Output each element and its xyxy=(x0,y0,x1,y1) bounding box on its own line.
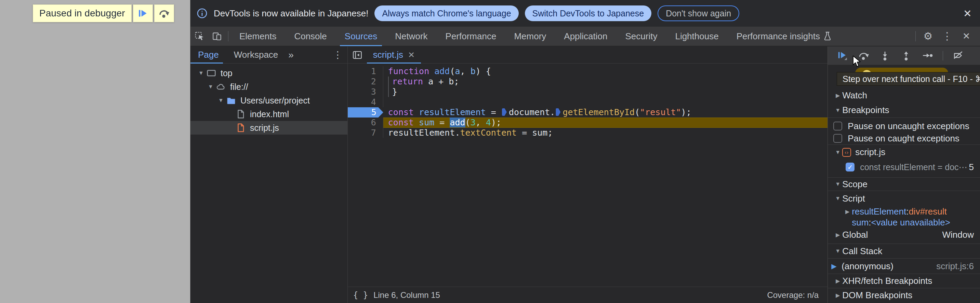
caret-down-icon: ▼ xyxy=(216,97,225,103)
breakpoint-entry-row[interactable]: ✓ const resultElement = doc⋯ 5 xyxy=(828,160,980,175)
editor-tab-script-js[interactable]: script.js ✕ xyxy=(367,46,421,63)
line-number[interactable]: 1 xyxy=(348,66,383,76)
section-watch[interactable]: ▶ Watch xyxy=(828,88,980,103)
code-line[interactable]: function add(a, b) { xyxy=(383,66,827,76)
tab-lighthouse[interactable]: Lighthouse xyxy=(666,27,727,46)
more-tabs-chevron[interactable]: » xyxy=(286,49,296,60)
dont-show-again-button[interactable]: Don't show again xyxy=(657,5,739,21)
step-over-tooltip: Step over next function call - F10 - ⌘ ' xyxy=(837,72,980,86)
continue-to-here-marker[interactable] xyxy=(502,108,507,116)
code-line[interactable]: resultElement.textContent = sum; xyxy=(383,128,827,138)
line-number[interactable]: 2 xyxy=(348,76,383,87)
tab-security[interactable]: Security xyxy=(617,27,667,46)
pretty-print-icon[interactable]: { } xyxy=(353,290,368,300)
tab-memory[interactable]: Memory xyxy=(505,27,555,46)
code-token: ( xyxy=(450,66,455,76)
section-breakpoints[interactable]: ▼ Breakpoints xyxy=(828,103,980,118)
tab-console[interactable]: Console xyxy=(285,27,336,46)
devtools-tabbar: Elements Console Sources Network Perform… xyxy=(191,27,980,46)
tree-item-project-folder[interactable]: ▼ Users/user/project xyxy=(191,94,347,107)
collapse-panel-icon xyxy=(352,50,363,60)
tabbar-right-separator xyxy=(915,31,916,41)
navigator-menu-kebab-icon[interactable]: ⋮ xyxy=(333,50,347,60)
breakpoint-snippet: const resultElement = doc⋯ xyxy=(860,162,967,172)
code-token: add xyxy=(450,117,465,127)
execution-line-number[interactable]: 5 xyxy=(348,107,383,117)
section-scope[interactable]: ▼ Scope xyxy=(828,177,980,191)
caret-down-icon: ▼ xyxy=(833,181,842,187)
line-number[interactable]: 3 xyxy=(348,87,383,97)
caret-down-icon: ▼ xyxy=(833,248,842,254)
settings-gear-icon[interactable]: ⚙ xyxy=(919,29,937,43)
code-token: 3 xyxy=(471,117,476,127)
code-line[interactable] xyxy=(383,97,827,107)
tab-performance-insights[interactable]: Performance insights xyxy=(728,27,840,46)
devtools-close-icon[interactable]: ✕ xyxy=(958,29,975,43)
resume-script-button[interactable] xyxy=(133,5,153,22)
tab-page[interactable]: Page xyxy=(191,46,226,63)
tab-network[interactable]: Network xyxy=(386,27,436,46)
callstack-frame-row[interactable]: ▶ (anonymous) script.js:6 xyxy=(828,259,980,274)
breakpoint-checkbox[interactable]: ✓ xyxy=(846,163,854,171)
scope-script-row[interactable]: ▼ Script xyxy=(828,191,980,206)
pause-caught-checkbox[interactable] xyxy=(833,134,842,143)
breakpoint-group-script-js[interactable]: ▼ ‹› script.js xyxy=(828,144,980,160)
toggle-device-toolbar-button[interactable] xyxy=(208,29,226,43)
tree-item-script-js[interactable]: script.js xyxy=(191,121,347,135)
caret-down-icon: ▼ xyxy=(197,70,205,76)
section-xhr-breakpoints[interactable]: ▶ XHR/fetch Breakpoints xyxy=(828,274,980,288)
code-line[interactable]: return a + b; xyxy=(383,76,827,87)
paused-in-debugger-overlay: Paused in debugger xyxy=(33,5,174,22)
devtools-menu-kebab-icon[interactable]: ⋮ xyxy=(938,29,956,43)
section-call-stack[interactable]: ▼ Call Stack xyxy=(828,244,980,259)
script-file-icon xyxy=(235,123,247,133)
caret-right-icon: ▶ xyxy=(833,232,842,238)
always-match-language-button[interactable]: Always match Chrome's language xyxy=(374,5,519,21)
pause-caught-row[interactable]: Pause on caught exceptions xyxy=(828,132,980,144)
caret-right-icon: ▶ xyxy=(843,208,852,215)
tab-elements[interactable]: Elements xyxy=(231,27,285,46)
line-number[interactable]: 4 xyxy=(348,97,383,107)
tab-sources[interactable]: Sources xyxy=(336,27,386,46)
page-backdrop: Paused in debugger xyxy=(0,0,190,303)
infobar-close-icon[interactable]: ✕ xyxy=(963,8,972,19)
scope-global-row[interactable]: ▶ Global Window xyxy=(828,228,980,241)
caret-down-icon: ▼ xyxy=(833,195,842,201)
code-token: a xyxy=(455,66,460,76)
tab-application[interactable]: Application xyxy=(555,27,616,46)
step-icon xyxy=(922,51,933,61)
code-token: , xyxy=(476,117,486,127)
section-dom-breakpoints[interactable]: ▶ DOM Breakpoints xyxy=(828,288,980,302)
code-token: ( xyxy=(635,107,640,117)
pause-uncaught-row[interactable]: Pause on uncaught exceptions xyxy=(828,120,980,132)
inspect-element-button[interactable] xyxy=(191,29,208,43)
line-number[interactable]: 6 xyxy=(348,117,383,128)
code-editor[interactable]: 1function add(a, b) {2return a + b;3}45c… xyxy=(348,63,827,287)
step-over-button-overlay[interactable] xyxy=(154,5,174,22)
close-tab-icon[interactable]: ✕ xyxy=(408,50,415,60)
continue-to-here-marker[interactable] xyxy=(556,108,560,116)
deactivate-breakpoints-button[interactable] xyxy=(953,50,964,62)
tree-item-index-html[interactable]: index.html xyxy=(191,107,347,121)
tree-item-top[interactable]: ▼ top xyxy=(191,66,347,80)
scope-var-resultelement[interactable]: ▶ resultElement: div#result xyxy=(828,206,980,217)
step-into-next-call-button[interactable] xyxy=(879,50,891,62)
scope-var-sum[interactable]: sum: <value unavailable> xyxy=(828,217,980,228)
tab-workspace[interactable]: Workspace xyxy=(226,46,286,63)
tab-performance[interactable]: Performance xyxy=(437,27,505,46)
code-line[interactable]: const sum = add(3, 4); xyxy=(383,117,827,128)
switch-devtools-japanese-button[interactable]: Switch DevTools to Japanese xyxy=(525,5,652,21)
pause-uncaught-checkbox[interactable] xyxy=(833,122,842,130)
editor-tabstrip: script.js ✕ xyxy=(348,46,827,63)
resume-script-execution-button[interactable] xyxy=(837,50,848,62)
step-button[interactable] xyxy=(921,50,933,62)
hide-navigator-button[interactable] xyxy=(348,50,367,60)
step-out-of-current-function-button[interactable] xyxy=(900,50,912,62)
line-number[interactable]: 7 xyxy=(348,128,383,138)
file-tree: ▼ top ▼ file:// ▼ xyxy=(191,63,347,135)
code-line[interactable]: const resultElement = document.getElemen… xyxy=(383,107,827,117)
code-token: resultElement. xyxy=(388,128,460,138)
code-line[interactable]: } xyxy=(383,87,827,97)
tree-item-file-protocol[interactable]: ▼ file:// xyxy=(191,80,347,94)
info-icon xyxy=(197,8,208,19)
